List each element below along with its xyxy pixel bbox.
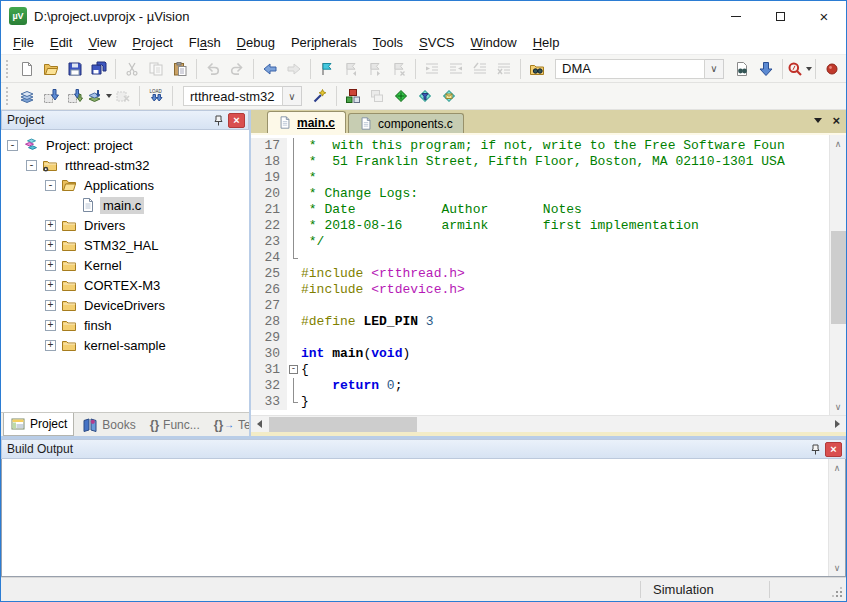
code-line[interactable]: 25#include <rtthread.h> [251,266,829,282]
new-file-button[interactable] [15,57,39,80]
scroll-down-icon[interactable]: ∨ [830,398,847,415]
manage-items-button[interactable] [389,85,413,108]
code-lines[interactable]: 17 * with this program; if not, write to… [251,135,829,415]
search-combobox[interactable]: DMA∨ [555,58,724,80]
save-all-button[interactable] [87,57,111,80]
code-line[interactable]: 30int main(void) [251,346,829,362]
bookmark-button[interactable] [315,57,339,80]
incremental-find-button[interactable] [754,57,778,80]
stop-build-button[interactable] [111,85,135,108]
comment-button[interactable] [468,57,492,80]
bookmark-prev-button[interactable] [339,57,363,80]
batch-build-button[interactable] [87,85,111,108]
copy-button[interactable] [144,57,168,80]
open-folder-button[interactable] [39,57,63,80]
code-line[interactable]: 20 * Change Logs: [251,186,829,202]
bookmark-next-button[interactable] [363,57,387,80]
target-select-combobox-dropdown-icon[interactable]: ∨ [283,86,302,106]
project-panel-close-button[interactable]: × [228,113,245,128]
fold-collapse-icon[interactable]: - [289,365,298,374]
code-line[interactable]: 33} [251,394,829,410]
code-line[interactable]: 29 [251,330,829,346]
fold-margin[interactable]: - [287,362,301,378]
nav-forward-button[interactable] [282,57,306,80]
tree-item-drivers[interactable]: +Drivers [1,215,249,235]
rebuild-button[interactable] [63,85,87,108]
code-line[interactable]: 24 [251,250,829,266]
toolbar-grip[interactable] [6,60,11,78]
expand-icon[interactable]: + [45,340,56,351]
expand-icon[interactable]: + [45,260,56,271]
toolbar-grip[interactable] [6,87,11,105]
editor-tab-main-c[interactable]: main.c [267,111,346,133]
save-button[interactable] [63,57,87,80]
indent-button[interactable] [420,57,444,80]
menu-help[interactable]: Help [525,32,568,53]
options-wand-button[interactable] [308,85,332,108]
editor-horizontal-scrollbar[interactable] [251,415,846,432]
manage-rte-button[interactable] [341,85,365,108]
collapse-icon[interactable]: - [45,180,56,191]
expand-icon[interactable]: + [45,220,56,231]
find-in-files-button[interactable] [525,57,549,80]
collapse-icon[interactable]: - [26,160,37,171]
search-combobox-value[interactable]: DMA [555,59,705,79]
tree-item-rtthread-stm32[interactable]: -rtthread-stm32 [1,155,249,175]
menu-project[interactable]: Project [124,32,180,53]
expand-icon[interactable]: + [45,300,56,311]
close-button[interactable]: × [802,1,846,31]
menu-edit[interactable]: Edit [42,32,80,53]
editor-vertical-scrollbar[interactable]: ∧ ∨ [829,135,846,415]
translate-button[interactable] [15,85,39,108]
find-next-button[interactable] [730,57,754,80]
code-line[interactable]: 21 * Date Author Notes [251,202,829,218]
build-output-content[interactable] [2,459,828,576]
cut-button[interactable] [120,57,144,80]
close-document-icon[interactable]: × [832,114,840,127]
uncomment-button[interactable] [492,57,516,80]
target-select-combobox[interactable]: rtthread-stm32∨ [183,85,302,107]
scroll-up-icon[interactable]: ∧ [830,135,847,152]
pin-icon[interactable] [210,113,226,128]
pin-icon[interactable] [807,442,823,457]
tree-item-main-c[interactable]: main.c [1,195,249,215]
nav-back-button[interactable] [258,57,282,80]
expand-icon[interactable]: + [45,240,56,251]
select-packs-button[interactable] [413,85,437,108]
expand-icon[interactable]: + [45,320,56,331]
menu-peripherals[interactable]: Peripherals [283,32,365,53]
code-line[interactable]: 23 */ [251,234,829,250]
window-layout-button[interactable] [365,85,389,108]
menu-svcs[interactable]: SVCS [411,32,462,53]
hscroll-thumb[interactable] [269,417,417,432]
panel-tab-project[interactable]: Project [3,413,74,436]
code-line[interactable]: 32 return 0; [251,378,829,394]
collapse-icon[interactable]: - [7,140,18,151]
bp-insert-button[interactable] [820,57,844,80]
tree-item-kernel[interactable]: +Kernel [1,255,249,275]
tab-list-dropdown-icon[interactable] [814,118,822,123]
code-line[interactable]: 26#include <rtdevice.h> [251,282,829,298]
menu-window[interactable]: Window [462,32,524,53]
tree-item-finsh[interactable]: +finsh [1,315,249,335]
vscroll-thumb[interactable] [831,231,846,324]
resize-grip[interactable] [830,578,846,601]
menu-tools[interactable]: Tools [365,32,411,53]
code-line[interactable]: 31-{ [251,362,829,378]
download-button[interactable]: LOAD [144,85,168,108]
scroll-up-icon[interactable]: ∧ [829,459,846,476]
target-select-combobox-value[interactable]: rtthread-stm32 [183,86,283,106]
scroll-down-icon[interactable]: ∨ [829,559,846,576]
panel-tab-books[interactable]: Books [76,413,141,436]
pack-installer-button[interactable] [437,85,461,108]
code-line[interactable]: 22 * 2018-08-16 armink first implementat… [251,218,829,234]
build-output-scrollbar[interactable]: ∧ ∨ [828,459,845,576]
scroll-right-icon[interactable] [829,416,846,433]
tree-item-stm32-hal[interactable]: +STM32_HAL [1,235,249,255]
tree-item-kernel-sample[interactable]: +kernel-sample [1,335,249,355]
paste-button[interactable] [168,57,192,80]
code-line[interactable]: 27 [251,298,829,314]
bookmark-clear-button[interactable] [387,57,411,80]
vscroll-track[interactable] [830,152,847,398]
menu-flash[interactable]: Flash [181,32,229,53]
